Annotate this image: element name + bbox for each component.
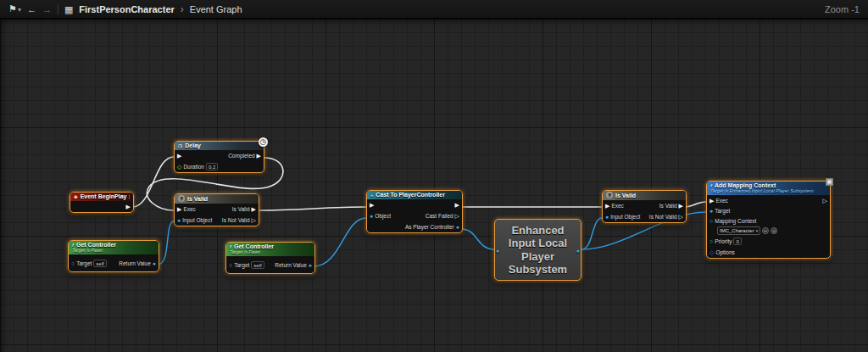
delay-clock-icon: ◷ — [178, 142, 182, 148]
wire-exec-beginplay-to-delay — [132, 157, 174, 207]
object-pin[interactable]: ● — [370, 213, 373, 219]
exec-label: Exec — [183, 206, 195, 212]
wire-obj-subsystem-to-isvalid2 — [581, 218, 602, 249]
player-controller-in-pin[interactable]: ● — [496, 247, 499, 253]
node-subtitle: Target is Pawn — [72, 248, 155, 253]
input-object-label: Input Object — [610, 214, 640, 220]
completed-exec-out-pin[interactable]: ▶ — [257, 153, 261, 159]
node-title: Is Valid — [187, 196, 208, 202]
is-valid-label: Is Valid — [232, 206, 250, 212]
cast-failed-label: Cast Failed — [426, 213, 453, 219]
bookmark-flag-button[interactable]: ⚑▾ — [8, 0, 21, 20]
toolbar-divider — [58, 4, 58, 14]
breadcrumb-blueprint[interactable]: FirstPersonCharacter — [79, 4, 175, 14]
graph-canvas[interactable]: ◆ Event BeginPlay ▶ f Get Controller Tar… — [0, 19, 868, 352]
function-icon: f — [72, 243, 74, 248]
node-is-valid-2[interactable]: ? Is Valid ▶ Exec Is Valid ▶ ● Input Obj… — [602, 190, 687, 223]
latent-clock-icon: ◷ — [259, 137, 268, 147]
target-value-box[interactable]: self — [93, 260, 106, 267]
return-value-pin[interactable]: ● — [153, 260, 156, 266]
node-title: Add Mapping Context — [715, 182, 776, 188]
exec-label: Exec — [715, 198, 727, 204]
graph-toolbar: ⚑▾ ← → ▦ FirstPersonCharacter › Event Gr… — [0, 0, 868, 19]
exec-in-pin[interactable]: ▶ — [709, 198, 714, 204]
wire-obj-getcontroller2-to-cast — [314, 218, 366, 266]
exec-in-pin[interactable]: ▶ — [370, 202, 374, 208]
exec-label: Exec — [611, 203, 623, 209]
browse-asset-icon[interactable]: ⊙ — [771, 227, 777, 234]
return-value-label: Return Value — [119, 260, 150, 266]
cast-failed-exec-out-pin[interactable]: ▷ — [455, 213, 459, 219]
priority-value-box[interactable]: 0 — [733, 237, 741, 245]
subsystem-out-pin[interactable]: ● — [576, 247, 580, 253]
node-delay[interactable]: ◷ ◷ Delay ▶ Completed ▶ ◇ Duration 0.2 — [174, 141, 264, 173]
target-pin[interactable]: ● — [709, 208, 713, 214]
forward-button[interactable]: → — [42, 0, 52, 19]
target-pin[interactable]: ○ — [71, 260, 75, 266]
duration-value-box[interactable]: 0.2 — [206, 163, 218, 170]
question-icon: ? — [178, 195, 185, 202]
as-player-controller-label: As Player Controller — [405, 224, 454, 230]
cast-icon: » — [370, 193, 373, 198]
object-label: Object — [375, 213, 391, 219]
wire-exec-isvalid2-to-addmapping — [685, 202, 706, 207]
priority-label: Priority — [715, 238, 732, 244]
node-title: Is Valid — [615, 193, 636, 198]
node-cast-to-playercontroller[interactable]: » Cast To PlayerController ▶ ▶ ● Object … — [366, 190, 463, 233]
exec-out-pin[interactable]: ▶ — [126, 204, 131, 210]
node-title: Get Controller — [234, 243, 274, 249]
is-not-valid-exec-out-pin[interactable]: ▷ — [252, 217, 256, 223]
duration-label: Duration — [183, 164, 204, 170]
chevron-down-icon: ▾ — [18, 6, 21, 14]
target-pin[interactable]: ○ — [229, 262, 232, 268]
zoom-level-label: Zoom -1 — [825, 4, 860, 14]
exec-in-pin[interactable]: ▶ — [177, 153, 181, 159]
blueprint-editor: ⚑▾ ← → ▦ FirstPersonCharacter › Event Gr… — [0, 0, 868, 352]
input-object-pin[interactable]: ● — [177, 217, 181, 223]
chevron-down-icon: ▾ — [756, 228, 759, 233]
target-value-box[interactable]: self — [251, 261, 264, 269]
is-valid-exec-out-pin[interactable]: ▶ — [679, 203, 683, 209]
duration-pin[interactable]: ◇ — [177, 164, 181, 170]
options-pin[interactable]: ◇ — [709, 249, 714, 255]
node-event-beginplay[interactable]: ◆ Event BeginPlay ▶ — [70, 192, 134, 213]
mapping-context-pin[interactable]: ○ — [709, 218, 713, 224]
dev-only-badge-icon — [129, 194, 130, 199]
return-value-pin[interactable]: ● — [309, 262, 312, 268]
exec-in-pin[interactable]: ▶ — [177, 206, 181, 212]
is-not-valid-exec-out-pin[interactable]: ▷ — [679, 214, 683, 220]
priority-pin[interactable]: ○ — [709, 238, 713, 244]
target-label: Target — [234, 262, 249, 268]
is-valid-label: Is Valid — [659, 203, 677, 209]
node-title: Enhanced Input Local Player Subsystem — [497, 224, 579, 276]
exec-in-pin[interactable]: ▶ — [605, 203, 609, 209]
as-player-controller-pin[interactable]: ● — [456, 224, 459, 230]
mapping-context-dropdown[interactable]: IMC_Character ▾ — [717, 226, 760, 235]
wire-exec-isvalid1-to-cast — [258, 207, 366, 210]
node-enhanced-input-subsystem[interactable]: ● Enhanced Input Local Player Subsystem … — [494, 219, 581, 281]
node-add-mapping-context[interactable]: f Add Mapping Context Target is Enhanced… — [706, 181, 831, 259]
breadcrumb-event-graph[interactable]: Event Graph — [190, 4, 242, 14]
input-object-pin[interactable]: ● — [605, 214, 609, 220]
is-valid-exec-out-pin[interactable]: ▶ — [252, 206, 256, 212]
function-icon: f — [230, 244, 231, 249]
completed-label: Completed — [228, 153, 254, 159]
node-corner-icon — [826, 178, 833, 186]
exec-out-pin[interactable]: ▷ — [823, 198, 827, 204]
use-selected-asset-icon[interactable]: ↩ — [762, 227, 769, 234]
is-not-valid-label: Is Not Valid — [222, 217, 250, 223]
node-get-controller-2[interactable]: f Get Controller Target is Pawn ○ Target… — [225, 242, 315, 274]
node-is-valid-1[interactable]: ? Is Valid ▶ Exec Is Valid ▶ ● Input Obj… — [174, 193, 259, 226]
is-not-valid-label: Is Not Valid — [649, 214, 677, 220]
event-icon: ◆ — [74, 193, 78, 199]
node-subtitle: Target is Pawn — [230, 249, 311, 254]
back-button[interactable]: ← — [27, 0, 36, 19]
node-get-controller-1[interactable]: f Get Controller Target is Pawn ○ Target… — [68, 240, 159, 272]
question-icon: ? — [606, 192, 613, 198]
function-icon: f — [710, 183, 712, 188]
target-label: Target — [715, 208, 730, 214]
wire-obj-cast-to-subsystem — [461, 229, 494, 249]
node-title: Get Controller — [76, 242, 116, 248]
exec-out-pin[interactable]: ▶ — [455, 202, 459, 208]
wire-obj-getcontroller1-to-isvalid1 — [158, 221, 174, 265]
